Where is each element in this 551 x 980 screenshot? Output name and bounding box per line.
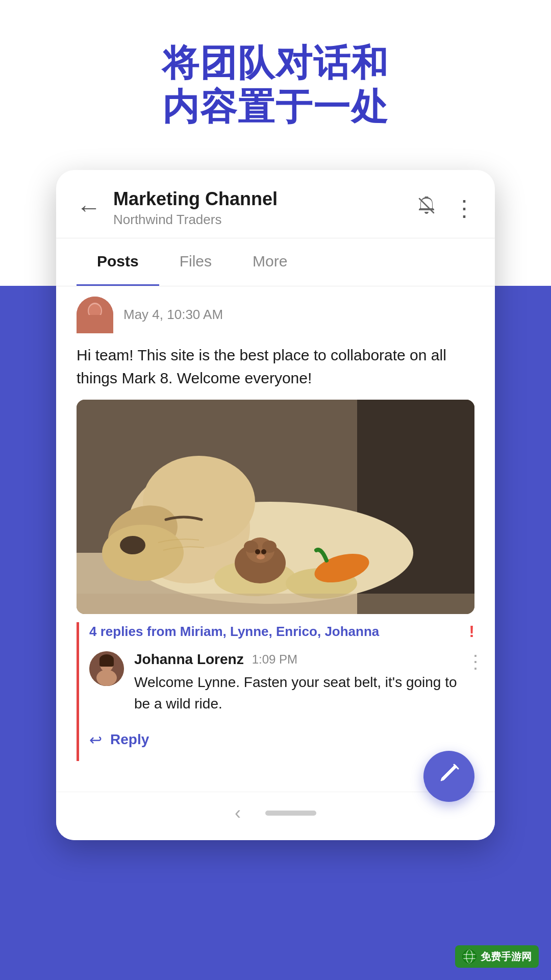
tab-more[interactable]: More [232, 238, 308, 286]
nav-back-icon[interactable]: ‹ [235, 802, 241, 824]
org-name: Northwind Traders [113, 212, 416, 228]
reply-text: Welcome Lynne. Fasten your seat belt, it… [134, 672, 466, 715]
svg-point-24 [257, 554, 265, 559]
exclamation-icon: ! [469, 622, 474, 641]
back-button[interactable]: ← [77, 195, 101, 220]
msg-timestamp: May 4, 10:30 AM [123, 307, 223, 323]
svg-point-23 [261, 549, 266, 554]
svg-point-22 [255, 549, 260, 554]
watermark: 免费手游网 [455, 945, 539, 968]
svg-rect-5 [77, 315, 113, 333]
card-header: ← Marketing Channel Northwind Traders ⋮ [56, 170, 495, 238]
reply-label[interactable]: Reply [110, 731, 149, 748]
post-image [77, 400, 474, 614]
bottom-nav: ‹ [56, 792, 495, 840]
reply-avatar [89, 651, 124, 686]
phone-card: ← Marketing Channel Northwind Traders ⋮ … [56, 170, 495, 840]
svg-rect-31 [99, 658, 114, 667]
tab-posts[interactable]: Posts [77, 238, 159, 286]
more-options-icon[interactable]: ⋮ [453, 195, 474, 221]
fab-container [56, 761, 495, 792]
tab-files[interactable]: Files [159, 238, 232, 286]
reply-content: Johanna Lorenz 1:09 PM Welcome Lynne. Fa… [134, 651, 466, 715]
post-area: May 4, 10:30 AM Hi team! This site is th… [56, 286, 495, 792]
compose-fab[interactable] [423, 751, 474, 802]
post-text: Hi team! This site is the best place to … [56, 337, 495, 400]
header-title-group: Marketing Channel Northwind Traders [113, 188, 416, 228]
svg-point-29 [96, 670, 117, 686]
channel-name: Marketing Channel [113, 188, 416, 210]
msg-header: May 4, 10:30 AM [56, 286, 495, 337]
page-title: 将团队对话和 内容置于一处 [162, 41, 389, 129]
title-line1: 将团队对话和 [162, 41, 389, 85]
reply-options-icon[interactable]: ⋮ [466, 651, 495, 673]
reply-message: Johanna Lorenz 1:09 PM Welcome Lynne. Fa… [89, 641, 495, 723]
svg-rect-26 [77, 594, 474, 614]
compose-icon [438, 763, 460, 790]
reply-icon: ↩ [89, 731, 102, 749]
svg-point-15 [120, 536, 145, 554]
reply-meta: Johanna Lorenz 1:09 PM [134, 651, 466, 668]
tabs-bar: Posts Files More [56, 238, 495, 286]
title-line2: 内容置于一处 [162, 85, 389, 129]
header-icons: ⋮ [416, 195, 474, 221]
bell-muted-icon[interactable] [416, 195, 437, 220]
svg-point-14 [102, 525, 184, 581]
reply-author: Johanna Lorenz [134, 651, 244, 668]
replies-header: 4 replies from Miriam, Lynne, Enrico, Jo… [89, 622, 495, 641]
nav-pill [265, 811, 316, 816]
replies-wrapper: 4 replies from Miriam, Lynne, Enrico, Jo… [56, 622, 495, 761]
reply-time: 1:09 PM [252, 652, 297, 667]
avatar [77, 297, 113, 333]
replies-section: 4 replies from Miriam, Lynne, Enrico, Jo… [77, 622, 495, 761]
replies-summary: 4 replies from Miriam, Lynne, Enrico, Jo… [89, 624, 379, 640]
watermark-text: 免费手游网 [481, 950, 532, 964]
